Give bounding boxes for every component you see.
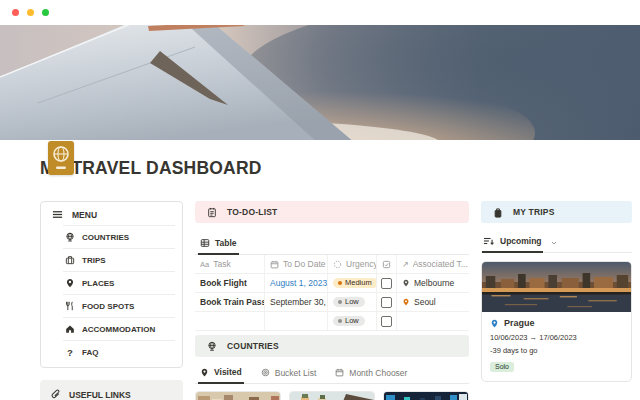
sidebar-item-trips[interactable]: TRIPS xyxy=(63,248,175,271)
cell-urgency[interactable]: Medium xyxy=(328,274,377,292)
paperclip-icon xyxy=(50,389,61,400)
globe-icon xyxy=(207,341,217,352)
sidebar-item-accommodation[interactable]: ACCOMMODATION xyxy=(63,317,175,340)
cell-checkbox xyxy=(377,274,397,292)
useful-links-header: USEFUL LINKS xyxy=(50,389,173,400)
cover-image-airplane-wing xyxy=(0,25,640,140)
trip-card-body: Prague 10/06/2023 → 17/06/2023 -39 days … xyxy=(482,312,631,381)
window-titlebar xyxy=(0,0,640,25)
cell-date[interactable]: August 1, 2023 xyxy=(265,274,328,292)
trips-section-header: MY TRIPS xyxy=(481,201,632,223)
cell-checkbox xyxy=(377,293,397,311)
countries-section-header: COUNTRIES xyxy=(195,335,469,357)
trips-view-tabs: Upcoming xyxy=(481,233,632,253)
main-column: TO-DO-LIST Table Aa Task To xyxy=(195,201,469,400)
tab-bucket-list[interactable]: Bucket List xyxy=(259,364,319,383)
cell-date[interactable]: September 30, 202 xyxy=(265,293,328,311)
suitcase-icon xyxy=(493,207,503,218)
cell-task[interactable]: Book Flight xyxy=(195,274,265,292)
urgency-pill-low: Low xyxy=(333,316,365,327)
countries-section-title: COUNTRIES xyxy=(227,341,279,351)
calendar-icon xyxy=(270,260,279,269)
table-icon xyxy=(200,238,210,248)
tab-month-chooser[interactable]: Month Chooser xyxy=(333,364,409,383)
trip-name-row: Prague xyxy=(490,318,623,328)
target-icon xyxy=(261,368,270,377)
cell-associated[interactable]: Seoul xyxy=(397,293,469,311)
column-header-checkbox[interactable] xyxy=(377,255,397,273)
cell-urgency[interactable]: Low xyxy=(328,293,377,311)
trip-card-prague[interactable]: Prague 10/06/2023 → 17/06/2023 -39 days … xyxy=(481,261,632,382)
globe-icon xyxy=(65,232,75,242)
menu-header: MENU xyxy=(41,203,182,225)
pin-icon xyxy=(402,298,410,306)
pin-icon xyxy=(402,279,410,287)
house-icon xyxy=(65,324,75,334)
urgency-pill-low: Low xyxy=(333,297,365,308)
pin-icon xyxy=(65,278,75,288)
todo-view-tabs: Table xyxy=(195,235,469,255)
trip-dates: 10/06/2023 → 17/06/2023 xyxy=(490,333,623,342)
sidebar-item-places[interactable]: PLACES xyxy=(63,271,175,294)
row-checkbox[interactable] xyxy=(381,297,392,308)
cell-task[interactable] xyxy=(195,312,265,330)
trip-tag-solo: Solo xyxy=(490,362,514,372)
suitcase-icon xyxy=(65,255,75,265)
cell-date[interactable] xyxy=(265,312,328,330)
countries-tabs: Visited Bucket List Month Chooser xyxy=(195,364,469,384)
menu-label: MENU xyxy=(72,210,97,220)
chevron-down-icon[interactable] xyxy=(550,239,558,247)
sidebar-item-faq[interactable]: ? FAQ xyxy=(63,340,175,364)
table-row: Book Train Pass September 30, 202 Low Se… xyxy=(195,293,469,312)
status-icon xyxy=(333,260,342,269)
close-window-button[interactable] xyxy=(12,9,19,16)
cell-associated[interactable] xyxy=(397,312,469,330)
column-header-date[interactable]: To Do Date xyxy=(265,255,328,273)
trip-card-image xyxy=(482,262,631,312)
todo-table-header: Aa Task To Do Date Urgency xyxy=(195,255,469,274)
calendar-icon xyxy=(335,368,344,377)
checkbox-icon xyxy=(382,260,391,269)
tab-table-view[interactable]: Table xyxy=(198,235,239,255)
trip-countdown: -39 days to go xyxy=(490,346,623,355)
cell-urgency[interactable]: Low xyxy=(328,312,377,330)
column-header-task[interactable]: Aa Task xyxy=(195,255,265,273)
tab-upcoming[interactable]: Upcoming xyxy=(482,233,543,253)
hamburger-icon xyxy=(52,209,63,220)
row-checkbox[interactable] xyxy=(381,316,392,327)
sort-icon xyxy=(483,236,494,246)
countries-gallery xyxy=(195,391,469,400)
gallery-card-coastal-town[interactable] xyxy=(289,391,375,400)
todo-section-title: TO-DO-LIST xyxy=(227,207,277,217)
sidebar-item-countries[interactable]: COUNTRIES xyxy=(63,225,175,248)
trips-column: MY TRIPS Upcoming xyxy=(481,201,632,382)
text-property-icon: Aa xyxy=(200,260,209,269)
minimize-window-button[interactable] xyxy=(27,9,34,16)
urgency-pill-medium: Medium xyxy=(333,278,377,289)
trip-name: Prague xyxy=(504,318,535,328)
pin-icon xyxy=(490,319,499,328)
cell-task[interactable]: Book Train Pass xyxy=(195,293,265,311)
sidebar: MENU COUNTRIES TRIPS PLACES xyxy=(40,201,183,400)
cutlery-icon xyxy=(65,301,75,311)
table-row: Book Flight August 1, 2023 Medium Melbou… xyxy=(195,274,469,293)
tab-visited[interactable]: Visited xyxy=(198,364,244,384)
trips-section-title: MY TRIPS xyxy=(513,207,555,217)
column-header-urgency[interactable]: Urgency xyxy=(328,255,377,273)
pin-icon xyxy=(200,368,209,377)
todo-section-header: TO-DO-LIST xyxy=(195,201,469,223)
question-icon: ? xyxy=(65,347,75,358)
table-row: Low xyxy=(195,312,469,331)
sidebar-item-food-spots[interactable]: FOOD SPOTS xyxy=(63,294,175,317)
gallery-card-night-city[interactable] xyxy=(383,391,469,400)
menu-box: MENU COUNTRIES TRIPS PLACES xyxy=(40,201,183,368)
gallery-card-rooftops[interactable] xyxy=(195,391,281,400)
cell-associated[interactable]: Melbourne xyxy=(397,274,469,292)
todo-table: Aa Task To Do Date Urgency xyxy=(195,255,469,331)
notepad-icon xyxy=(207,207,217,218)
column-header-associated[interactable]: ↗ Associated T... xyxy=(397,255,469,273)
row-checkbox[interactable] xyxy=(381,278,392,289)
page-icon-passport xyxy=(48,141,74,175)
zoom-window-button[interactable] xyxy=(42,9,49,16)
page-title: MY TRAVEL DASHBOARD xyxy=(40,158,640,179)
